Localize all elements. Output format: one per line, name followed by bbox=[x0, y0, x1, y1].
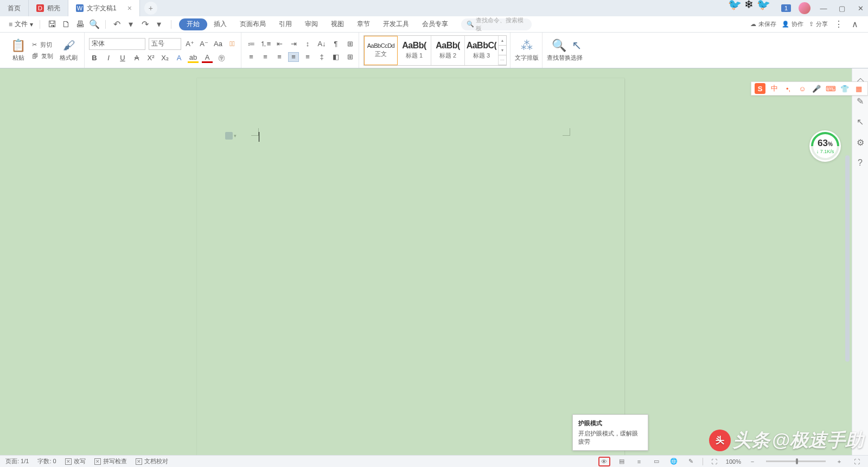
command-search[interactable]: 🔍 查找命令、搜索模板 bbox=[461, 18, 532, 30]
text-direction-icon[interactable]: ↕ bbox=[302, 39, 313, 49]
cut-button[interactable]: ✂剪切 bbox=[32, 41, 53, 49]
tab-home[interactable]: 首页 bbox=[0, 0, 29, 16]
tab-view[interactable]: 视图 bbox=[324, 16, 350, 33]
ime-skin-icon[interactable]: 👕 bbox=[839, 83, 850, 94]
font-name-select[interactable] bbox=[89, 38, 145, 50]
decrease-indent-icon[interactable]: ⇤ bbox=[274, 39, 285, 49]
tab-document[interactable]: W文字文稿1× bbox=[68, 0, 140, 16]
styles-gallery[interactable]: AaBbCcDd正文 AaBb(标题 1 AaBb(标题 2 AaBbC(标题 … bbox=[363, 35, 507, 66]
undo-dropdown-icon[interactable]: ▾ bbox=[125, 19, 136, 30]
align-justify-icon[interactable]: ≡ bbox=[288, 52, 299, 62]
text-layout-button[interactable]: ⁂文字排版 bbox=[515, 33, 539, 68]
underline-icon[interactable]: U bbox=[117, 53, 128, 63]
zoom-slider-thumb[interactable] bbox=[796, 458, 798, 464]
tab-insert[interactable]: 插入 bbox=[207, 16, 233, 33]
view-read-icon[interactable]: ▭ bbox=[650, 457, 662, 466]
find-replace-button[interactable]: 🔍查找替换 bbox=[547, 33, 571, 68]
document-page[interactable]: ▾ bbox=[197, 78, 624, 455]
tab-page-layout[interactable]: 页面布局 bbox=[233, 16, 272, 33]
italic-icon[interactable]: I bbox=[103, 53, 114, 63]
subscript-icon[interactable]: X₂ bbox=[159, 53, 170, 63]
pointer-icon[interactable]: ↖ bbox=[855, 116, 866, 127]
borders-icon[interactable]: ⊞ bbox=[344, 52, 355, 62]
tab-section[interactable]: 章节 bbox=[350, 16, 376, 33]
ime-mic-icon[interactable]: 🎤 bbox=[811, 83, 822, 94]
zoom-in-icon[interactable]: + bbox=[833, 457, 845, 466]
ime-punct-icon[interactable]: •, bbox=[783, 83, 794, 94]
style-heading2[interactable]: AaBb(标题 2 bbox=[431, 36, 465, 65]
minimize-button[interactable]: — bbox=[818, 3, 829, 14]
superscript-icon[interactable]: X² bbox=[145, 53, 156, 63]
select-button[interactable]: ↖选择 bbox=[571, 33, 583, 68]
font-size-select[interactable] bbox=[149, 38, 181, 50]
fit-width-icon[interactable]: ⛶ bbox=[709, 457, 720, 466]
format-painter-button[interactable]: 🖌 格式刷 bbox=[56, 33, 81, 68]
maximize-button[interactable]: ▢ bbox=[837, 3, 847, 14]
collapse-ribbon-icon[interactable]: ∧ bbox=[850, 19, 860, 30]
fullscreen-icon[interactable]: ⛶ bbox=[851, 457, 863, 466]
ime-grid-icon[interactable]: ▦ bbox=[853, 83, 864, 94]
ime-lang-icon[interactable]: 中 bbox=[769, 83, 780, 94]
page-chip[interactable]: ▾ bbox=[225, 132, 237, 140]
align-right-icon[interactable]: ≡ bbox=[274, 52, 285, 62]
ime-keyboard-icon[interactable]: ⌨ bbox=[825, 83, 836, 94]
pencil-icon[interactable]: ✎ bbox=[855, 96, 866, 106]
align-left-icon[interactable]: ≡ bbox=[246, 52, 257, 62]
tab-developer[interactable]: 开发工具 bbox=[376, 16, 416, 33]
help-icon[interactable]: ? bbox=[855, 157, 866, 168]
eye-protect-mode-button[interactable]: 👁 bbox=[598, 457, 610, 466]
highlight-icon[interactable]: ab bbox=[188, 53, 199, 63]
phonetic-icon[interactable]: ㊫ bbox=[216, 53, 227, 63]
notification-badge[interactable]: 1 bbox=[781, 4, 791, 12]
file-menu[interactable]: ≡文件▾ bbox=[4, 20, 37, 29]
scrollbar-thumb[interactable] bbox=[845, 155, 850, 362]
view-outline-icon[interactable]: ≡ bbox=[633, 457, 645, 466]
save-icon[interactable]: 🖫 bbox=[47, 19, 58, 30]
document-canvas[interactable]: ▾ bbox=[0, 68, 868, 455]
sogou-icon[interactable]: S bbox=[755, 83, 765, 94]
tab-stops-icon[interactable]: ⊞ bbox=[344, 39, 355, 49]
add-tab-button[interactable]: + bbox=[144, 2, 157, 15]
distribute-icon[interactable]: ≡ bbox=[302, 52, 313, 62]
tab-member[interactable]: 会员专享 bbox=[416, 16, 455, 33]
status-words[interactable]: 字数: 0 bbox=[37, 457, 56, 465]
style-body[interactable]: AaBbCcDd正文 bbox=[364, 36, 398, 65]
change-case-icon[interactable]: Aa bbox=[213, 39, 224, 49]
tab-review[interactable]: 审阅 bbox=[298, 16, 324, 33]
redo-dropdown-icon[interactable]: ▾ bbox=[154, 19, 164, 30]
download-speed-widget[interactable]: 63% ↓ 7.1K/s bbox=[809, 130, 841, 162]
unsaved-indicator[interactable]: ☁未保存 bbox=[750, 20, 776, 28]
tab-start[interactable]: 开始 bbox=[179, 18, 207, 30]
zoom-slider[interactable] bbox=[766, 460, 826, 462]
bullets-icon[interactable]: ≔ bbox=[246, 39, 257, 49]
view-web-icon[interactable]: 🌐 bbox=[668, 457, 680, 466]
status-page[interactable]: 页面: 1/1 bbox=[5, 457, 29, 465]
ime-emoji-icon[interactable]: ☺ bbox=[797, 83, 808, 94]
line-spacing-icon[interactable]: ‡ bbox=[316, 52, 327, 62]
status-rewrite[interactable]: ✕改写 bbox=[65, 457, 86, 465]
numbering-icon[interactable]: ⒈≡ bbox=[260, 39, 271, 49]
user-avatar[interactable] bbox=[799, 2, 810, 14]
view-note-icon[interactable]: ✎ bbox=[685, 457, 697, 466]
vertical-scrollbar[interactable] bbox=[844, 155, 851, 433]
show-marks-icon[interactable]: ¶ bbox=[330, 39, 341, 49]
settings-sliders-icon[interactable]: ⚙ bbox=[855, 137, 866, 148]
close-window-button[interactable]: ✕ bbox=[855, 3, 866, 14]
styles-scroll[interactable]: ▴▾⋯ bbox=[499, 36, 506, 65]
status-proofread[interactable]: ✕文档校对 bbox=[136, 457, 168, 465]
print-preview-icon[interactable]: 🔍 bbox=[89, 19, 100, 30]
strikethrough-icon[interactable]: A bbox=[131, 53, 142, 63]
zoom-out-icon[interactable]: − bbox=[746, 457, 758, 466]
undo-icon[interactable]: ↶ bbox=[111, 19, 122, 30]
style-heading3[interactable]: AaBbC(标题 3 bbox=[465, 36, 499, 65]
text-effects-icon[interactable]: A bbox=[174, 53, 184, 63]
close-tab-icon[interactable]: × bbox=[127, 4, 132, 12]
print-icon[interactable]: 🖶 bbox=[75, 19, 86, 30]
redo-icon[interactable]: ↷ bbox=[139, 19, 150, 30]
status-spellcheck[interactable]: ✕拼写检查 bbox=[94, 457, 127, 465]
font-color-icon[interactable]: A bbox=[202, 53, 213, 63]
sort-icon[interactable]: A↓ bbox=[316, 39, 327, 49]
tab-docer[interactable]: D稻壳 bbox=[29, 0, 68, 16]
grow-font-icon[interactable]: A⁺ bbox=[184, 39, 195, 49]
paste-button[interactable]: 📋 粘贴 bbox=[8, 33, 29, 68]
